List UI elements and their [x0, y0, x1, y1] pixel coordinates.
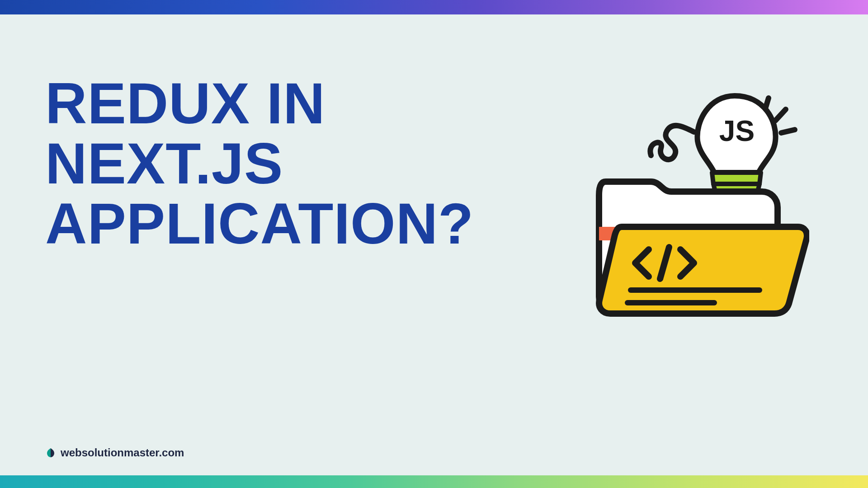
svg-line-1 — [775, 109, 786, 121]
title-line-2: Next.JS — [45, 131, 283, 196]
title-line-3: Application? — [45, 191, 474, 256]
footer-brand: websolutionmaster.com — [45, 446, 184, 459]
cord-squiggle-icon — [650, 126, 694, 160]
code-folder-illustration: JS — [574, 78, 809, 322]
top-gradient-bar — [0, 0, 868, 14]
brand-text: websolutionmaster.com — [61, 446, 184, 459]
title-line-1: Redux in — [45, 71, 326, 136]
brand-logo-icon — [45, 447, 56, 458]
bulb-js-label: JS — [719, 115, 755, 147]
page-title: Redux in Next.JS Application? — [45, 73, 474, 253]
illustration-svg: JS — [574, 78, 809, 322]
bottom-gradient-bar — [0, 475, 868, 488]
page-root: Redux in Next.JS Application? JS — [0, 0, 868, 488]
title-block: Redux in Next.JS Application? — [45, 73, 474, 253]
content-area: Redux in Next.JS Application? JS — [0, 14, 868, 488]
svg-line-2 — [781, 130, 795, 133]
